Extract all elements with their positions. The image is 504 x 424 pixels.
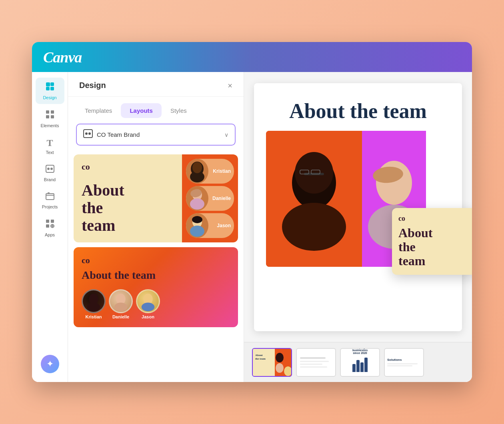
person3-name: Jason — [217, 223, 231, 228]
floating-card-logo: co — [398, 214, 470, 223]
svg-rect-11 — [46, 194, 54, 200]
svg-point-21 — [88, 132, 91, 135]
thumbnail-2[interactable] — [296, 348, 336, 377]
brand-selector[interactable]: CO Team Brand ∨ — [76, 124, 236, 146]
template2-person3-name: Jason — [142, 314, 154, 319]
browser-window: Canva Design — [32, 42, 472, 382]
sidebar-item-design[interactable]: Design — [36, 78, 64, 104]
svg-rect-1 — [50, 82, 54, 86]
template1-person-1: Kristian — [186, 159, 234, 184]
person1-name: Kristian — [213, 168, 231, 174]
svg-point-59 — [276, 363, 284, 373]
slide-photo-main — [266, 131, 362, 267]
svg-text:the team: the team — [255, 357, 266, 360]
templates-grid: co Abouttheteam — [68, 151, 244, 334]
template2-person1-circle — [82, 289, 106, 313]
projects-icon — [45, 192, 55, 203]
sidebar-brand-label: Brand — [44, 177, 56, 182]
thumbnail-3[interactable]: Helpingbusinessessince 2020 — [340, 348, 380, 377]
svg-point-20 — [85, 132, 88, 135]
design-panel: Design × Templates Layouts Styles CO Tea… — [68, 72, 244, 382]
sidebar-elements-label: Elements — [41, 123, 59, 128]
svg-rect-14 — [51, 220, 54, 223]
template1-person-2: Danielle — [186, 186, 234, 211]
template2-person2-circle — [109, 289, 133, 313]
sidebar-item-apps[interactable]: Apps — [36, 215, 64, 241]
floating-card-title: Abouttheteam — [398, 226, 470, 268]
panel-content-area: co Abouttheteam — [68, 151, 244, 382]
sidebar-text-label: Text — [46, 150, 54, 155]
sidebar-projects-label: Projects — [42, 204, 58, 209]
text-icon: T — [46, 138, 53, 148]
browser-header: Canva — [32, 42, 472, 72]
svg-point-36 — [142, 303, 154, 312]
person2-face — [186, 186, 208, 211]
svg-point-34 — [114, 303, 127, 312]
template2-brand-logo: co — [82, 255, 230, 266]
magic-button[interactable]: ✦ — [41, 355, 59, 373]
sidebar-item-brand[interactable]: Brand — [36, 160, 64, 186]
svg-point-24 — [192, 162, 202, 173]
slide-preview[interactable]: About the team — [254, 83, 462, 331]
chevron-down-icon: ∨ — [224, 132, 228, 138]
thumbnail-4[interactable]: Solutions — [384, 348, 424, 377]
svg-rect-0 — [46, 82, 50, 86]
template2-title: About the team — [82, 269, 230, 282]
svg-point-29 — [190, 226, 204, 237]
svg-rect-7 — [51, 115, 54, 118]
thumbnail-1[interactable]: About the team — [252, 348, 292, 377]
person3-face — [186, 213, 208, 238]
svg-rect-4 — [46, 110, 49, 114]
brand-selector-icon — [83, 129, 93, 140]
panel-title: Design — [79, 81, 106, 90]
brand-icon — [45, 164, 55, 176]
thumbnail3-chart — [351, 356, 369, 374]
person1-face — [186, 159, 208, 184]
sidebar-item-elements[interactable]: Elements — [36, 106, 64, 132]
svg-rect-12 — [48, 192, 50, 194]
sidebar-apps-label: Apps — [45, 232, 55, 237]
person2-name: Danielle — [212, 196, 231, 201]
tabs-row: Templates Layouts Styles — [68, 97, 244, 118]
apps-icon — [45, 219, 55, 231]
svg-point-9 — [47, 168, 50, 170]
template2-person2-name: Danielle — [112, 314, 129, 319]
svg-rect-3 — [50, 87, 54, 90]
elements-icon — [45, 110, 55, 122]
canvas-main: About the team — [244, 72, 472, 342]
svg-point-60 — [284, 366, 292, 376]
app-body: Design Elements T Text — [32, 72, 472, 382]
svg-text:About: About — [255, 354, 263, 357]
template1-brand-logo: co — [82, 162, 90, 172]
tab-layouts[interactable]: Layouts — [121, 103, 162, 118]
svg-point-32 — [87, 303, 100, 312]
svg-rect-2 — [46, 87, 50, 90]
canvas-area: About the team — [244, 72, 472, 382]
template1-person-3: Jason — [186, 213, 234, 238]
template2-person3-circle — [136, 289, 160, 313]
slide-title: About the team — [289, 99, 427, 123]
floating-tooltip-card: co Abouttheteam Kristian — [392, 208, 472, 275]
panel-header: Design × — [68, 72, 244, 97]
sidebar-item-projects[interactable]: Projects — [36, 188, 64, 213]
sidebar-design-label: Design — [43, 95, 56, 100]
svg-rect-13 — [46, 220, 49, 223]
magic-star-icon: ✦ — [46, 359, 54, 369]
sidebar: Design Elements T Text — [32, 72, 68, 382]
svg-point-58 — [276, 353, 284, 362]
svg-point-30 — [192, 216, 202, 223]
thumbnail2-content — [297, 354, 335, 371]
svg-rect-6 — [46, 115, 49, 118]
canva-logo: Canva — [43, 48, 82, 66]
design-icon — [45, 82, 55, 94]
template-card-1[interactable]: co Abouttheteam — [74, 154, 238, 242]
svg-point-41 — [282, 203, 346, 251]
template-card-2[interactable]: co About the team Kristian — [74, 247, 238, 327]
sidebar-item-text[interactable]: T Text — [36, 134, 64, 159]
svg-point-10 — [50, 168, 53, 170]
tab-styles[interactable]: Styles — [162, 103, 196, 118]
close-button[interactable]: × — [228, 82, 232, 90]
svg-point-26 — [190, 198, 204, 210]
tab-templates[interactable]: Templates — [76, 103, 121, 118]
brand-selector-name: CO Team Brand — [97, 131, 220, 138]
